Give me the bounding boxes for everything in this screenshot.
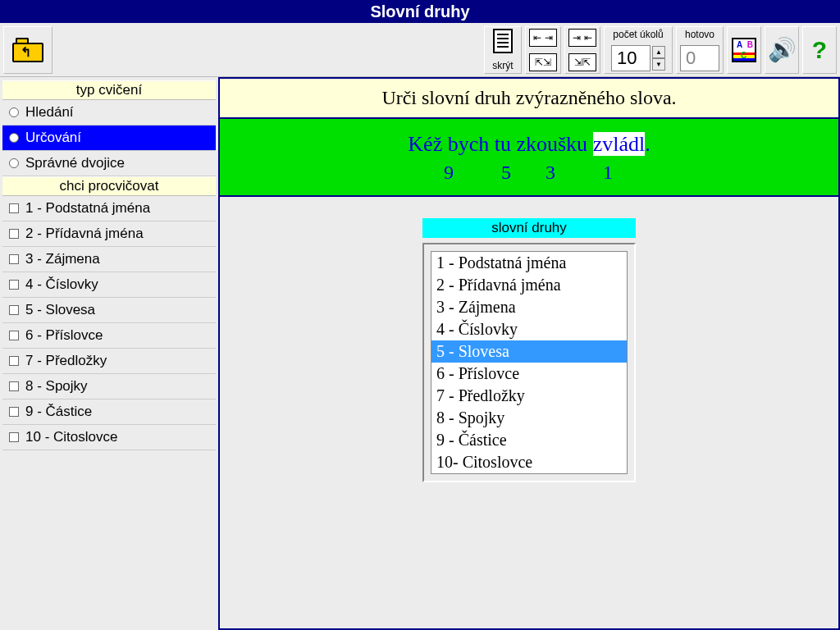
checkbox-icon bbox=[9, 331, 19, 340]
practice-item[interactable]: 1 - Podstatná jména bbox=[2, 196, 216, 221]
done-value: 0 bbox=[680, 45, 719, 71]
practice-item-label: 3 - Zájmena bbox=[25, 251, 100, 267]
word-type-option[interactable]: 3 - Zájmena bbox=[431, 296, 627, 318]
exercise-type-header: typ cvičení bbox=[2, 80, 216, 100]
arrows-in: ⇥ ⇤ ⇲⇱ bbox=[564, 26, 600, 74]
word-type-option[interactable]: 6 - Příslovce bbox=[431, 363, 627, 385]
checkbox-icon bbox=[9, 229, 19, 239]
done-group: hotovo 0 bbox=[676, 26, 724, 74]
practice-item[interactable]: 2 - Přídavná jména bbox=[2, 221, 216, 247]
arrows-vertical-in-icon[interactable]: ⇲⇱ bbox=[568, 53, 596, 71]
word-type-option[interactable]: 8 - Spojky bbox=[431, 407, 627, 429]
done-label: hotovo bbox=[678, 29, 721, 40]
practice-item-label: 8 - Spojky bbox=[25, 378, 88, 395]
instruction-text: Urči slovní druh zvýrazněného slova. bbox=[220, 79, 838, 117]
checkbox-icon bbox=[9, 203, 19, 213]
word-types-panel: slovní druhy 1 - Podstatná jména2 - Příd… bbox=[422, 218, 636, 628]
checkbox-icon bbox=[9, 305, 19, 315]
spinner-up-icon[interactable]: ▲ bbox=[652, 46, 665, 58]
speaker-icon: 🔊 bbox=[768, 36, 797, 63]
practice-item-label: 2 - Přídavná jména bbox=[25, 226, 144, 242]
sound-button[interactable]: 🔊 bbox=[765, 26, 799, 74]
radio-icon bbox=[9, 133, 19, 143]
sentence-box: Kéž bych tu zkoušku zvládl. 9 5 3 1 bbox=[220, 119, 838, 195]
content-area: Urči slovní druh zvýrazněného slova. Kéž… bbox=[218, 77, 840, 630]
exercise-type-item[interactable]: Hledání bbox=[2, 100, 216, 126]
radio-icon bbox=[9, 107, 19, 117]
hide-button[interactable]: skrýt bbox=[484, 26, 522, 74]
abc-icon: AB C bbox=[732, 38, 756, 62]
practice-item[interactable]: 7 - Předložky bbox=[2, 349, 216, 374]
word-type-option[interactable]: 5 - Slovesa bbox=[431, 340, 627, 363]
radio-icon bbox=[9, 158, 19, 168]
practice-item[interactable]: 5 - Slovesa bbox=[2, 298, 216, 323]
arrows-horizontal: ⇤ ⇥ ⇱⇲ bbox=[525, 26, 561, 74]
word-type-option[interactable]: 1 - Podstatná jména bbox=[431, 252, 627, 274]
exercise-type-item[interactable]: Určování bbox=[2, 126, 216, 151]
word-type-option[interactable]: 4 - Číslovky bbox=[431, 318, 627, 340]
exercise-type-item[interactable]: Správné dvojice bbox=[2, 151, 216, 176]
practice-item[interactable]: 10 - Citoslovce bbox=[2, 425, 216, 450]
practice-item-label: 4 - Číslovky bbox=[25, 276, 98, 293]
practice-item-label: 10 - Citoslovce bbox=[25, 429, 117, 445]
practice-item-label: 7 - Předložky bbox=[25, 353, 107, 369]
document-icon bbox=[493, 29, 513, 53]
practice-item-label: 9 - Částice bbox=[25, 404, 92, 420]
help-button[interactable]: ? bbox=[802, 26, 837, 74]
arrows-horizontal-out-icon[interactable]: ⇤ ⇥ bbox=[529, 29, 557, 47]
checkbox-icon bbox=[9, 280, 19, 290]
exercise-type-label: Určování bbox=[25, 130, 81, 146]
arrows-vertical-out-icon[interactable]: ⇱⇲ bbox=[529, 53, 557, 71]
practice-item[interactable]: 6 - Příslovce bbox=[2, 323, 216, 349]
folder-up-icon: ↰ bbox=[12, 38, 43, 62]
open-folder-button[interactable]: ↰ bbox=[3, 26, 52, 74]
help-icon: ? bbox=[812, 36, 827, 64]
sentence-pre: Kéž bych tu zkoušku bbox=[408, 132, 592, 156]
word-types-list[interactable]: 1 - Podstatná jména2 - Přídavná jména3 -… bbox=[431, 251, 628, 474]
word-type-option[interactable]: 7 - Předložky bbox=[431, 385, 627, 407]
sentence: Kéž bych tu zkoušku zvládl. bbox=[223, 132, 835, 157]
practice-item-label: 6 - Příslovce bbox=[25, 327, 103, 344]
checkbox-icon bbox=[9, 254, 19, 264]
word-type-option[interactable]: 9 - Částice bbox=[431, 429, 627, 451]
title-bar: Slovní druhy bbox=[0, 0, 840, 23]
hide-label: skrýt bbox=[486, 60, 519, 71]
practice-item-label: 5 - Slovesa bbox=[25, 302, 95, 318]
checkbox-icon bbox=[9, 432, 19, 442]
exercise-type-label: Hledání bbox=[25, 104, 74, 121]
exercise-type-label: Správné dvojice bbox=[25, 155, 125, 171]
abc-button[interactable]: AB C bbox=[727, 26, 761, 74]
word-type-option[interactable]: 10- Citoslovce bbox=[431, 451, 627, 473]
checkbox-icon bbox=[9, 356, 19, 366]
sentence-post: . bbox=[645, 132, 651, 156]
sidebar: typ cvičení HledáníUrčováníSprávné dvoji… bbox=[0, 77, 218, 630]
practice-header: chci procvičovat bbox=[2, 176, 216, 196]
practice-item[interactable]: 4 - Číslovky bbox=[2, 272, 216, 298]
practice-item[interactable]: 3 - Zájmena bbox=[2, 247, 216, 272]
task-count-input[interactable]: 10 bbox=[611, 45, 651, 71]
highlighted-word[interactable]: zvládl bbox=[593, 132, 646, 156]
practice-item[interactable]: 8 - Spojky bbox=[2, 374, 216, 399]
task-count-group: počet úkolů 10 ▲ ▼ bbox=[604, 26, 673, 74]
word-type-option[interactable]: 2 - Přídavná jména bbox=[431, 274, 627, 296]
practice-item[interactable]: 9 - Částice bbox=[2, 399, 216, 425]
sentence-numbers: 9 5 3 1 bbox=[223, 162, 835, 184]
spinner-down-icon[interactable]: ▼ bbox=[652, 58, 665, 71]
checkbox-icon bbox=[9, 381, 19, 391]
arrows-horizontal-in-icon[interactable]: ⇥ ⇤ bbox=[568, 29, 596, 47]
toolbar: ↰ skrýt ⇤ ⇥ ⇱⇲ ⇥ ⇤ ⇲⇱ počet úkolů 10 ▲ ▼… bbox=[0, 23, 840, 77]
task-count-spinner[interactable]: ▲ ▼ bbox=[652, 46, 665, 71]
workspace: slovní druhy 1 - Podstatná jména2 - Příd… bbox=[220, 197, 838, 628]
practice-item-label: 1 - Podstatná jména bbox=[25, 200, 150, 217]
task-count-label: počet úkolů bbox=[606, 29, 670, 40]
word-types-header: slovní druhy bbox=[422, 218, 636, 238]
checkbox-icon bbox=[9, 407, 19, 417]
